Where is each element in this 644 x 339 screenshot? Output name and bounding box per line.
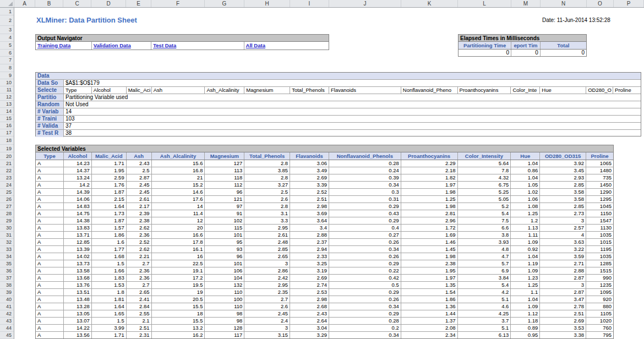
table-cell[interactable]: 1.71 — [92, 332, 127, 338]
column-header-o[interactable]: O — [587, 0, 614, 7]
table-cell[interactable]: 1.87 — [92, 189, 127, 195]
table-cell[interactable]: 18 — [152, 310, 205, 317]
table-cell[interactable]: 1.13 — [511, 225, 540, 231]
table-cell[interactable]: 1.71 — [92, 160, 127, 167]
table-cell[interactable]: 17.8 — [152, 239, 205, 245]
table-cell[interactable]: 2.29 — [401, 160, 458, 167]
table-cell[interactable]: 1.11 — [511, 232, 540, 238]
table-cell[interactable]: 2.7 — [127, 260, 152, 267]
table-cell[interactable]: 3.93 — [458, 239, 511, 245]
table-cell[interactable]: 3.04 — [290, 325, 329, 331]
table-cell[interactable]: 2.17 — [127, 203, 152, 210]
row-header-24[interactable]: 24 — [0, 182, 14, 189]
table-cell[interactable]: 132 — [205, 282, 244, 288]
column-header-m[interactable]: M — [511, 0, 541, 7]
column-header-ash-alcalinity[interactable]: Ash_Alcalinity — [152, 152, 205, 160]
column-header-malic-acid[interactable]: Malic_Acid — [92, 152, 127, 160]
table-cell[interactable]: 14.22 — [64, 325, 92, 331]
table-cell[interactable]: 13.83 — [64, 225, 92, 231]
table-cell[interactable]: 98 — [205, 318, 244, 324]
table-cell[interactable]: 1.86 — [401, 296, 458, 303]
table-cell[interactable]: 3.47 — [540, 296, 586, 303]
data-section-variable-cell[interactable]: Alcohol — [92, 87, 127, 94]
table-cell[interactable]: 14.02 — [64, 253, 92, 260]
table-cell[interactable]: A — [36, 203, 64, 210]
table-cell[interactable]: 17.2 — [152, 275, 205, 281]
table-cell[interactable]: 1.23 — [511, 275, 540, 281]
table-cell[interactable]: 2.84 — [127, 303, 152, 310]
table-cell[interactable]: 14.06 — [64, 196, 92, 203]
table-cell[interactable]: 0.2 — [329, 325, 401, 331]
table-cell[interactable]: 1.95 — [92, 167, 127, 174]
table-cell[interactable]: 1150 — [586, 210, 613, 217]
table-cell[interactable]: 2.93 — [540, 174, 586, 181]
table-cell[interactable]: 1045 — [586, 203, 613, 210]
table-cell[interactable]: 2.33 — [290, 253, 329, 260]
table-cell[interactable]: 20.5 — [152, 296, 205, 303]
table-cell[interactable]: 1.1 — [511, 289, 540, 296]
table-cell[interactable]: 1.73 — [92, 210, 127, 217]
table-cell[interactable]: 2.31 — [127, 332, 152, 338]
table-cell[interactable]: 5.4 — [458, 210, 511, 217]
output-navigator-cell[interactable]: Test Data — [151, 42, 244, 50]
table-cell[interactable]: A — [36, 332, 64, 338]
table-cell[interactable]: 1.25 — [401, 196, 458, 203]
table-cell[interactable]: 21 — [152, 174, 205, 181]
table-cell[interactable]: 1295 — [586, 196, 613, 203]
data-section-variable-cell[interactable]: Flavanoids — [329, 87, 401, 94]
table-cell[interactable]: A — [36, 160, 64, 167]
table-cell[interactable]: 2.74 — [290, 282, 329, 288]
page-title[interactable]: XLMiner: Data Partition Sheet — [36, 16, 137, 24]
table-cell[interactable]: 1.5 — [92, 260, 127, 267]
table-cell[interactable]: 4.2 — [458, 289, 511, 296]
table-cell[interactable]: 2.65 — [127, 289, 152, 296]
output-navigator-cell[interactable]: Validation Data — [92, 42, 152, 50]
table-cell[interactable]: 2.85 — [244, 246, 290, 253]
table-cell[interactable]: 0.26 — [329, 253, 401, 260]
table-cell[interactable]: 1.35 — [401, 282, 458, 288]
table-cell[interactable]: 0.26 — [329, 239, 401, 245]
table-cell[interactable]: 2.98 — [290, 296, 329, 303]
table-cell[interactable]: 19.1 — [152, 267, 205, 274]
table-cell[interactable]: 1.46 — [401, 239, 458, 245]
table-cell[interactable]: 0.28 — [329, 318, 401, 324]
table-cell[interactable]: 2.96 — [401, 217, 458, 224]
table-cell[interactable]: 2.7 — [127, 282, 152, 288]
table-cell[interactable]: 1130 — [586, 225, 613, 231]
row-header-40[interactable]: 40 — [0, 296, 14, 303]
table-cell[interactable]: 4.25 — [458, 310, 511, 317]
table-cell[interactable]: 0.39 — [329, 174, 401, 181]
table-cell[interactable]: 13.51 — [64, 289, 92, 296]
table-cell[interactable]: 1235 — [586, 282, 613, 288]
row-header-26[interactable]: 26 — [0, 196, 14, 203]
table-cell[interactable]: 13.05 — [64, 310, 92, 317]
table-cell[interactable]: 1.54 — [401, 289, 458, 296]
row-header-20[interactable]: 20 — [0, 152, 14, 160]
table-cell[interactable]: 1.04 — [511, 174, 540, 181]
data-section-variable-cell[interactable]: Magnesium — [244, 87, 290, 94]
table-cell[interactable]: 13.2 — [152, 325, 205, 331]
table-cell[interactable]: A — [36, 210, 64, 217]
column-header-b[interactable]: B — [35, 0, 63, 7]
table-cell[interactable]: 104 — [205, 275, 244, 281]
table-cell[interactable]: 2.85 — [540, 182, 586, 188]
table-cell[interactable]: 2.38 — [127, 217, 152, 224]
row-header-29[interactable]: 29 — [0, 217, 14, 225]
table-cell[interactable]: 0.29 — [329, 289, 401, 296]
table-cell[interactable]: 1.09 — [511, 267, 540, 274]
table-cell[interactable]: 0.42 — [329, 275, 401, 281]
output-navigator-cell[interactable]: Training Data — [36, 42, 92, 50]
column-header-f[interactable]: F — [151, 0, 205, 7]
table-cell[interactable]: 3.69 — [290, 210, 329, 217]
table-cell[interactable]: 12 — [152, 217, 205, 224]
table-cell[interactable]: A — [36, 167, 64, 174]
row-header-30[interactable]: 30 — [0, 225, 14, 232]
row-header-37[interactable]: 37 — [0, 275, 14, 282]
row-header-41[interactable]: 41 — [0, 303, 14, 310]
table-cell[interactable]: 14.38 — [64, 217, 92, 224]
table-cell[interactable]: 1.36 — [401, 303, 458, 310]
table-cell[interactable]: 1015 — [586, 239, 613, 245]
row-header-35[interactable]: 35 — [0, 260, 14, 267]
table-cell[interactable]: 1.53 — [92, 282, 127, 288]
table-cell[interactable]: 920 — [586, 296, 613, 303]
